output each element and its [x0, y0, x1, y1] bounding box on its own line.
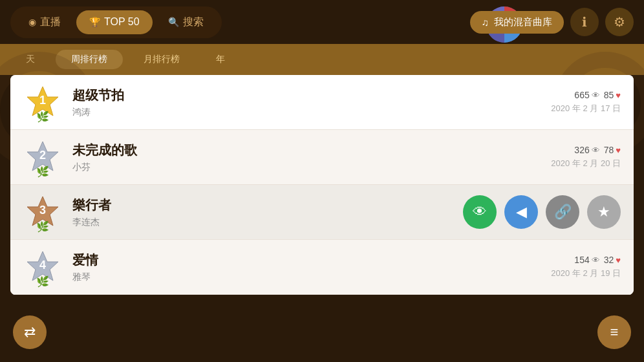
share-icon: ◀	[516, 204, 527, 220]
view-count-1: 665	[574, 90, 589, 100]
date-2: 2020 年 2 月 20 日	[551, 158, 621, 169]
playlist-button[interactable]: ≡	[597, 315, 631, 349]
song-title-1: 超级节拍	[72, 87, 551, 104]
rank-badge-4: 4 🌿	[23, 248, 62, 286]
info-icon: ℹ	[582, 14, 587, 30]
song-stats-2: 326 👁 78 ♥ 2020 年 2 月 20 日	[551, 145, 621, 169]
tab-live-label: 直播	[40, 16, 61, 29]
favorite-button[interactable]: ★	[587, 195, 621, 229]
rank-badge-1: 1 🌿	[23, 83, 62, 122]
song-artist-2: 小芬	[72, 162, 551, 173]
like-count-2: 78	[604, 145, 614, 155]
rank-badge-2: 2 🌿	[23, 138, 62, 176]
sub-tab-year-label: 年	[216, 54, 225, 64]
song-artist-4: 雅琴	[72, 272, 551, 283]
laurel-4: 🌿	[36, 275, 49, 288]
sub-tab-year[interactable]: 年	[200, 50, 241, 69]
nav-tabs-container: ◉ 直播 🏆 TOP 50 🔍 搜索	[10, 6, 222, 38]
song-artist-3: 李连杰	[72, 217, 450, 228]
share-button[interactable]: ◀	[504, 195, 538, 229]
eye-play-icon: 👁	[473, 204, 487, 220]
music-note-icon: ♫	[482, 17, 489, 28]
shuffle-icon: ⇄	[24, 324, 36, 341]
eye-icon-4: 👁	[592, 255, 600, 265]
library-label: 我的混音曲库	[494, 16, 552, 28]
sub-tab-day-label: 天	[26, 54, 35, 64]
link-button[interactable]: 🔗	[546, 195, 579, 229]
live-icon: ◉	[28, 17, 36, 27]
song-stats-1: 665 👁 85 ♥ 2020 年 2 月 17 日	[551, 90, 621, 114]
heart-icon-1: ♥	[616, 90, 621, 100]
link-icon: 🔗	[554, 204, 572, 220]
heart-icon-4: ♥	[616, 255, 621, 265]
sub-navigation: 天 周排行榜 月排行榜 年	[0, 44, 644, 75]
song-artist-1: 鸿涛	[72, 107, 551, 118]
song-title-3: 樂行者	[72, 197, 450, 214]
bottom-navigation: ⇄ ≡	[13, 315, 631, 349]
sub-tab-month-label: 月排行榜	[144, 54, 180, 64]
views-1: 665 👁	[574, 90, 599, 100]
eye-icon-2: 👁	[592, 145, 600, 155]
sub-tab-week[interactable]: 周排行榜	[56, 50, 123, 69]
rank-number-1: 1	[39, 94, 46, 107]
song-info-4: 爱情 雅琴	[72, 251, 551, 283]
song-row-1[interactable]: 1 🌿 超级节拍 鸿涛 665 👁 85 ♥ 2020 年 2 月 17 日	[10, 75, 634, 130]
song-title-2: 未完成的歌	[72, 142, 551, 159]
settings-icon: ⚙	[614, 14, 625, 30]
likes-4: 32 ♥	[604, 255, 621, 265]
tab-search-label: 搜索	[183, 16, 204, 29]
sub-tab-day[interactable]: 天	[10, 50, 50, 69]
sub-tab-month[interactable]: 月排行榜	[128, 50, 195, 69]
like-count-1: 85	[604, 90, 614, 100]
song-row-2[interactable]: 2 🌿 未完成的歌 小芬 326 👁 78 ♥ 2020 年 2 月 20 日	[10, 130, 634, 185]
view-count-2: 326	[574, 145, 589, 155]
heart-icon-2: ♥	[616, 145, 621, 155]
date-4: 2020 年 2 月 19 日	[551, 268, 621, 279]
song-row-4[interactable]: 4 🌿 爱情 雅琴 154 👁 32 ♥ 2020 年 2 月 19 日	[10, 240, 634, 295]
like-count-4: 32	[604, 255, 614, 265]
song-stats-4: 154 👁 32 ♥ 2020 年 2 月 19 日	[551, 255, 621, 279]
info-button[interactable]: ℹ	[570, 8, 599, 36]
rank-badge-3: 3 🌿	[23, 193, 62, 231]
tab-top50-label: TOP 50	[104, 16, 140, 28]
views-4: 154 👁	[574, 255, 599, 265]
song-row-3[interactable]: 3 🌿 樂行者 李连杰 👁 ◀ 🔗 ★	[10, 185, 634, 240]
song-title-4: 爱情	[72, 251, 551, 269]
rank-number-3: 3	[39, 204, 46, 217]
action-buttons: 👁 ◀ 🔗 ★	[463, 195, 621, 229]
song-info-3: 樂行者 李连杰	[72, 197, 450, 228]
tab-search[interactable]: 🔍 搜索	[155, 10, 217, 34]
song-info-1: 超级节拍 鸿涛	[72, 87, 551, 118]
eye-icon-1: 👁	[592, 90, 600, 100]
settings-button[interactable]: ⚙	[605, 8, 634, 36]
rank-number-2: 2	[39, 149, 46, 162]
sub-tab-week-label: 周排行榜	[71, 54, 107, 64]
top-navigation: ◉ 直播 🏆 TOP 50 🔍 搜索 ♫ 我的混音曲库 ℹ ⚙	[0, 0, 644, 44]
tab-top50[interactable]: 🏆 TOP 50	[76, 10, 153, 34]
star-fav-icon: ★	[597, 204, 610, 220]
date-1: 2020 年 2 月 17 日	[551, 103, 621, 114]
laurel-1: 🌿	[36, 111, 49, 123]
play-button[interactable]: 👁	[463, 195, 497, 229]
laurel-3: 🌿	[36, 220, 49, 233]
song-info-2: 未完成的歌 小芬	[72, 142, 551, 173]
playlist-icon: ≡	[610, 324, 619, 341]
likes-2: 78 ♥	[604, 145, 621, 155]
views-2: 326 👁	[574, 145, 599, 155]
tab-live[interactable]: ◉ 直播	[16, 10, 74, 34]
main-content: 1 🌿 超级节拍 鸿涛 665 👁 85 ♥ 2020 年 2 月 17 日	[10, 75, 634, 295]
laurel-2: 🌿	[36, 165, 49, 178]
likes-1: 85 ♥	[604, 90, 621, 100]
library-button[interactable]: ♫ 我的混音曲库	[470, 11, 564, 34]
nav-right-area: ♫ 我的混音曲库 ℹ ⚙	[470, 8, 634, 36]
search-icon: 🔍	[168, 17, 179, 27]
view-count-4: 154	[574, 255, 589, 265]
trophy-icon: 🏆	[89, 17, 100, 27]
shuffle-button[interactable]: ⇄	[13, 315, 47, 349]
rank-number-4: 4	[39, 259, 46, 272]
